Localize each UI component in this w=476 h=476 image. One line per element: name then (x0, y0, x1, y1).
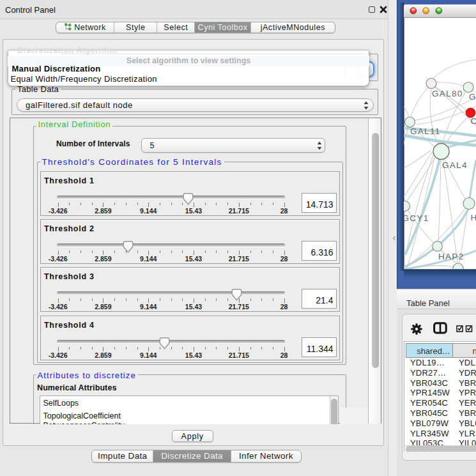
svg-text:HAP2: HAP2 (438, 251, 464, 261)
svg-text:GAL4: GAL4 (442, 160, 468, 169)
svg-text:GAL11: GAL11 (410, 127, 441, 136)
svg-text:GCY1: GCY1 (404, 213, 429, 222)
svg-text:H: H (471, 212, 476, 222)
svg-text:GA: GA (469, 91, 476, 101)
svg-text:GAL80: GAL80 (432, 89, 463, 98)
svg-text:C: C (471, 116, 476, 125)
